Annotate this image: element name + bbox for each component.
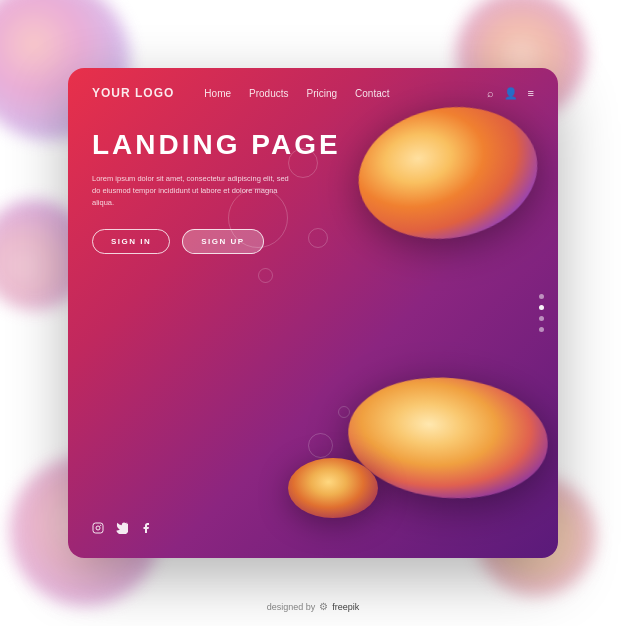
nav-products[interactable]: Products: [249, 88, 288, 99]
svg-rect-0: [93, 523, 103, 533]
designed-by-text: designed by: [267, 602, 316, 612]
deco-circle-4: [258, 268, 273, 283]
blob-3d-bottom: [343, 370, 553, 507]
nav-contact[interactable]: Contact: [355, 88, 389, 99]
svg-point-1: [96, 526, 100, 530]
facebook-icon[interactable]: [140, 522, 152, 536]
dot-1[interactable]: [539, 294, 544, 299]
twitter-icon[interactable]: [116, 522, 128, 536]
instagram-icon[interactable]: [92, 522, 104, 536]
search-icon[interactable]: ⌕: [487, 87, 494, 99]
blob-3d-small: [288, 458, 378, 518]
deco-circle-5: [308, 433, 333, 458]
hero-title: LANDING PAGE: [92, 130, 534, 161]
hero-description: Lorem ipsum dolor sit amet, consectetur …: [92, 173, 292, 209]
side-dots: [539, 294, 544, 332]
landing-card: YOUR LOGO Home Products Pricing Contact …: [68, 68, 558, 558]
nav-pricing[interactable]: Pricing: [307, 88, 338, 99]
navbar: YOUR LOGO Home Products Pricing Contact …: [68, 68, 558, 100]
brand-name: freepik: [332, 602, 359, 612]
svg-point-2: [101, 525, 102, 526]
nav-icons: ⌕ 👤 ≡: [487, 87, 534, 100]
social-icons: [92, 522, 152, 536]
nav-links: Home Products Pricing Contact: [204, 88, 486, 99]
deco-circle-6: [338, 406, 350, 418]
signin-button[interactable]: SIGN IN: [92, 229, 170, 254]
page-wrapper: YOUR LOGO Home Products Pricing Contact …: [0, 0, 626, 626]
freepik-icon: ⚙: [319, 601, 328, 612]
dot-4[interactable]: [539, 327, 544, 332]
signup-button[interactable]: SIGN UP: [182, 229, 263, 254]
hero-content: LANDING PAGE Lorem ipsum dolor sit amet,…: [68, 100, 558, 254]
dot-3[interactable]: [539, 316, 544, 321]
footer-attribution: designed by ⚙ freepik: [267, 601, 360, 612]
logo: YOUR LOGO: [92, 86, 174, 100]
dot-2[interactable]: [539, 305, 544, 310]
menu-icon[interactable]: ≡: [528, 87, 534, 99]
user-icon[interactable]: 👤: [504, 87, 518, 100]
button-group: SIGN IN SIGN UP: [92, 229, 534, 254]
nav-home[interactable]: Home: [204, 88, 231, 99]
